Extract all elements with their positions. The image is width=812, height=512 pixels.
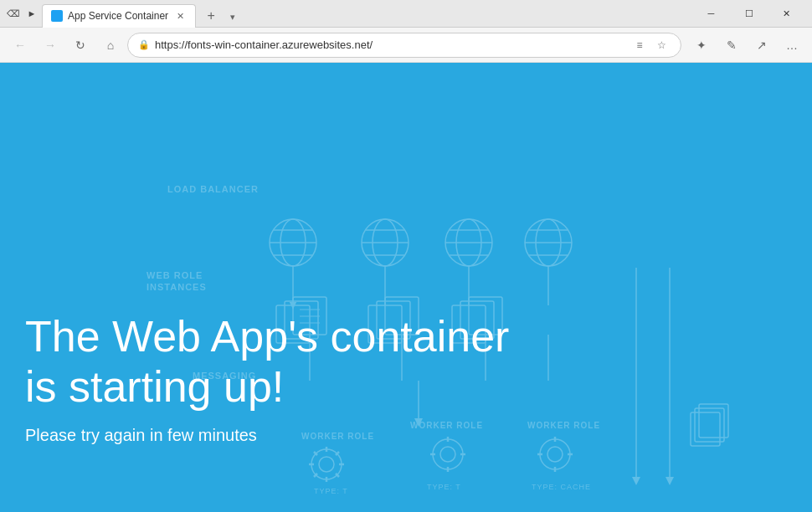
url-text: https://fonts-win-container.azurewebsite… — [155, 38, 625, 51]
restore-btn[interactable]: ☐ — [730, 0, 768, 28]
svg-point-63 — [540, 439, 570, 469]
close-btn[interactable]: ✕ — [768, 0, 805, 28]
svg-marker-76 — [632, 477, 640, 485]
tab-strip: App Service Container ✕ + ▾ — [39, 0, 692, 28]
svg-text:LOAD BALANCER: LOAD BALANCER — [167, 184, 259, 194]
back-btn[interactable]: ← — [7, 32, 33, 59]
svg-text:WORKER ROLE: WORKER ROLE — [527, 421, 600, 430]
reader-mode-btn[interactable]: ≡ — [630, 36, 649, 54]
svg-marker-78 — [666, 477, 674, 485]
home-icon: ⌂ — [107, 38, 114, 52]
svg-text:TYPE: T: TYPE: T — [314, 487, 348, 495]
subtext: Please try again in few minutes — [25, 426, 509, 445]
svg-point-48 — [319, 457, 334, 472]
main-heading: The Web App's container is starting up! — [25, 312, 509, 412]
address-icons: ≡ ☆ — [630, 36, 671, 54]
svg-text:TYPE: CACHE: TYPE: CACHE — [532, 483, 591, 491]
lock-icon: 🔒 — [138, 39, 150, 50]
refresh-icon: ↻ — [75, 38, 85, 52]
share-btn[interactable]: ↗ — [748, 32, 775, 59]
main-content: The Web App's container is starting up! … — [25, 312, 509, 445]
refresh-btn[interactable]: ↻ — [67, 32, 94, 59]
svg-point-58 — [440, 447, 455, 462]
back-tab-btn[interactable]: ⌫ — [7, 7, 20, 20]
svg-text:WEB ROLE: WEB ROLE — [146, 270, 203, 280]
tab-menu-btn[interactable]: ▾ — [223, 8, 243, 28]
title-bar-left: ⌫ ► — [7, 7, 39, 20]
tab-favicon — [51, 10, 63, 22]
svg-text:TYPE: T: TYPE: T — [427, 483, 461, 491]
page-content: LOAD BALANCER WEB ROLE INSTANCES — [0, 63, 812, 512]
collections-btn[interactable]: ✦ — [688, 32, 715, 59]
heading-line1: The Web App's container — [25, 312, 509, 361]
svg-point-64 — [547, 447, 563, 462]
favorite-btn[interactable]: ☆ — [652, 36, 671, 54]
forward-tab-btn[interactable]: ► — [25, 7, 39, 20]
nav-bar: ← → ↻ ⌂ 🔒 https://fonts-win-container.az… — [0, 28, 812, 63]
active-tab[interactable]: App Service Container ✕ — [42, 4, 196, 28]
heading-line2: is starting up! — [25, 362, 284, 411]
notes-btn[interactable]: ✎ — [718, 32, 745, 59]
tab-close-btn[interactable]: ✕ — [173, 9, 187, 23]
svg-text:INSTANCES: INSTANCES — [146, 282, 207, 292]
forward-btn[interactable]: → — [37, 32, 64, 59]
title-bar: ⌫ ► App Service Container ✕ + ▾ ─ ☐ ✕ — [0, 0, 812, 28]
home-btn[interactable]: ⌂ — [97, 32, 124, 59]
title-bar-right: ─ ☐ ✕ — [692, 0, 805, 28]
tab-title-text: App Service Container — [68, 10, 168, 22]
new-tab-btn[interactable]: + — [199, 4, 223, 28]
address-bar[interactable]: 🔒 https://fonts-win-container.azurewebsi… — [127, 33, 681, 58]
back-icon: ← — [14, 38, 26, 52]
toolbar-icons: ✦ ✎ ↗ … — [688, 32, 805, 59]
minimize-btn[interactable]: ─ — [692, 0, 730, 28]
more-btn[interactable]: … — [779, 32, 805, 59]
forward-icon: → — [44, 38, 56, 52]
